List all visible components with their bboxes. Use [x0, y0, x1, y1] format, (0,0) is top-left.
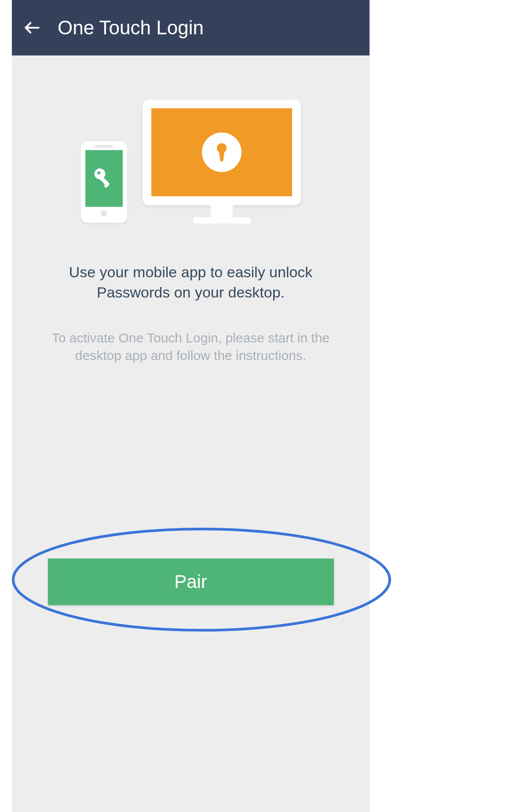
sub-instruction-text: To activate One Touch Login, please star…: [41, 329, 341, 365]
pair-button[interactable]: Pair: [48, 558, 334, 605]
pairing-illustration: [81, 99, 301, 223]
keyhole-icon: [202, 132, 242, 172]
phone-icon: [81, 141, 127, 223]
app-header: One Touch Login: [12, 0, 370, 55]
back-icon[interactable]: [22, 18, 42, 37]
monitor-icon: [143, 99, 301, 223]
svg-point-3: [97, 171, 100, 174]
instruction-text: Use your mobile app to easily unlock Pas…: [41, 262, 341, 303]
key-icon: [92, 166, 116, 191]
content-area: Use your mobile app to easily unlock Pas…: [12, 55, 370, 812]
page-title: One Touch Login: [58, 17, 204, 39]
app-screen: One Touch Login: [12, 0, 370, 812]
